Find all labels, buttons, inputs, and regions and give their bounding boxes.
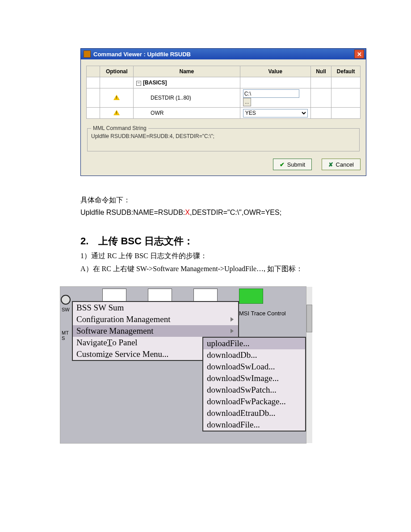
titlebar: Command Viewer : Upldfile RSUDB ✕ [81, 49, 366, 59]
step-1: 1）通过 RC 上传 BSC 日志文件的步骤： [80, 251, 366, 261]
app-icon [84, 50, 91, 58]
parameter-table: Optional Name Value Null Default −[BASIC… [86, 66, 361, 119]
mml-fieldset: MML Command String Upldfile RSUDB:NAME=R… [87, 125, 360, 151]
submenu-arrow-icon [231, 317, 234, 322]
cancel-button[interactable]: ✘ Cancel [322, 159, 361, 170]
scrollbar[interactable] [306, 287, 312, 443]
col-name: Name [134, 66, 240, 77]
window-title: Command Viewer : Upldfile RSUDB [93, 51, 354, 58]
owr-name: OWR [134, 108, 240, 119]
menu-item-software-mgmt[interactable]: Software Management [73, 325, 238, 337]
col-default: Default [331, 66, 361, 77]
check-icon: ✔ [280, 161, 285, 168]
destdir-name: DESTDIR (1..80) [134, 88, 240, 108]
basics-label: [BASICS] [143, 80, 167, 86]
row-basics: −[BASICS] [87, 77, 361, 88]
command-line: Upldfile RSUDB:NAME=RSUDB:X,DESTDIR="C:\… [80, 209, 366, 217]
menu-item-downloadfile[interactable]: downloadFile... [203, 419, 305, 431]
menu-item-downloadfwpackage[interactable]: downloadFwPackage... [203, 396, 305, 407]
document-body: 具体命令如下： Upldfile RSUDB:NAME=RSUDB:X,DEST… [80, 196, 366, 274]
menu-item-downloadetraudb[interactable]: downloadEtrauDb... [203, 407, 305, 419]
menu-item-downloadswimage[interactable]: downloadSwImage... [203, 373, 305, 384]
step-a: A）在 RC 上右键 SW->Software Management->Uplo… [80, 264, 366, 274]
menu-item-downloaddb[interactable]: downloadDb... [203, 349, 305, 361]
row-destdir: DESTDIR (1..80) … [87, 88, 361, 108]
context-menu-2: uploadFile... downloadDb... downloadSwLo… [202, 337, 306, 431]
browse-button[interactable]: … [243, 98, 251, 106]
warning-icon [113, 95, 120, 100]
section-heading: 2. 上传 BSC 日志文件： [80, 235, 366, 248]
menu-item-bss-sw-sum[interactable]: BSS SW Sum [73, 302, 238, 314]
col-null: Null [310, 66, 331, 77]
x-icon: ✘ [328, 161, 333, 168]
placeholder-x: X [185, 209, 190, 216]
owr-select[interactable]: YES [243, 109, 308, 117]
close-icon[interactable]: ✕ [354, 50, 364, 59]
mml-legend: MML Command String [91, 125, 148, 131]
rc-screenshot: SW MT S MSI Trace Control BSS SW Sum Con… [60, 286, 306, 444]
menu-item-downloadswpatch[interactable]: downloadSwPatch... [203, 384, 305, 396]
bg-label: MSI Trace Control [239, 310, 286, 317]
mml-text: Upldfile RSUDB:NAME=RSUDB:4, DESTDIR="C:… [91, 133, 356, 139]
menu-item-downloadswload[interactable]: downloadSwLoad... [203, 361, 305, 373]
warning-icon [113, 110, 120, 115]
row-owr: OWR YES [87, 108, 361, 119]
col-value: Value [240, 66, 310, 77]
col-handle [87, 66, 100, 77]
destdir-input[interactable] [243, 89, 299, 98]
menu-item-config-mgmt[interactable]: Configuration Management [73, 314, 238, 325]
col-optional: Optional [100, 66, 134, 77]
menu-item-uploadfile[interactable]: uploadFile... [203, 338, 305, 349]
submit-button[interactable]: ✔ Submit [273, 159, 312, 170]
toolbar-item-active [239, 289, 263, 304]
side-labels: SW MT S [60, 304, 71, 342]
collapse-icon[interactable]: − [136, 81, 141, 86]
text-intro: 具体命令如下： [80, 196, 366, 205]
submenu-arrow-icon [231, 329, 234, 333]
scrollbar-thumb[interactable] [306, 305, 312, 332]
command-viewer-dialog: Command Viewer : Upldfile RSUDB ✕ Option… [80, 48, 366, 176]
